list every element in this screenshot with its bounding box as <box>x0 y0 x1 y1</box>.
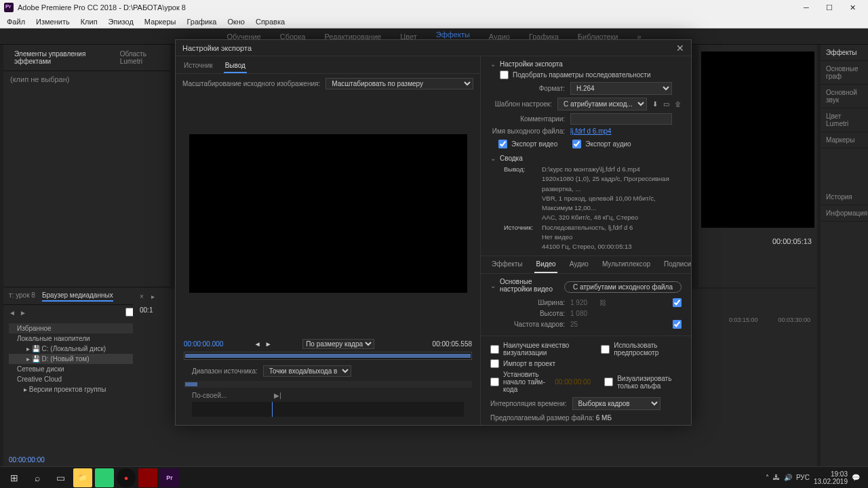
tab-source[interactable]: Источник <box>182 59 214 73</box>
save-preset-icon[interactable]: ⬇ <box>652 100 658 108</box>
search-icon[interactable]: ⌕ <box>26 468 49 487</box>
menu-graphics[interactable]: Графика <box>181 16 222 27</box>
tray-volume-icon[interactable]: 🔊 <box>784 474 792 481</box>
dialog-close-icon[interactable]: ✕ <box>676 43 684 54</box>
nav-back-icon[interactable]: ◄ <box>9 309 16 317</box>
menu-edit[interactable]: Изменить <box>31 16 75 27</box>
src-range-select[interactable]: Точки входа/выхода в эпиз... <box>263 365 351 377</box>
timeline-close-icon[interactable]: × <box>140 293 144 300</box>
tray-clock[interactable]: 19:0313.02.2019 <box>814 470 848 485</box>
dialog-titlebar[interactable]: Настройки экспорта ✕ <box>176 40 691 56</box>
menu-window[interactable]: Окно <box>222 16 250 27</box>
rp-info[interactable]: Информация <box>821 205 868 222</box>
tab-effect-controls[interactable]: Элементы управления эффектами <box>9 47 105 68</box>
menu-sequence[interactable]: Эпизод <box>103 16 139 27</box>
vstab-audio[interactable]: Аудио <box>568 256 590 273</box>
tray-lang[interactable]: РУС <box>796 474 810 481</box>
preview-out-tc: 00:00:05.558 <box>433 340 472 348</box>
comments-input[interactable] <box>570 113 672 125</box>
window-title: Adobe Premiere Pro CC 2018 - D:\РАБОТА\у… <box>18 3 186 12</box>
rp-lumetri[interactable]: Цвет Lumetri <box>821 108 868 132</box>
summary-block: Вывод:D:\курс по монтажу\lj,fdrf d 6.mp4… <box>490 165 682 251</box>
tb-record[interactable]: ● <box>117 468 136 487</box>
start-button[interactable]: ⊞ <box>3 468 26 487</box>
rp-sound[interactable]: Основной звук <box>821 85 868 108</box>
program-preview <box>701 52 814 228</box>
export-settings-dialog: Настройки экспорта ✕ Источник Вывод Масш… <box>175 39 692 426</box>
task-view-icon[interactable]: ▭ <box>49 468 72 487</box>
rp-graphics[interactable]: Основные граф <box>821 61 868 85</box>
set-tc-checkbox[interactable] <box>490 378 499 386</box>
track-mode-label[interactable]: По-своей... <box>192 392 226 399</box>
section-export-settings[interactable]: Настройки экспорта <box>490 60 682 68</box>
tb-premiere[interactable]: Pr <box>160 468 179 487</box>
timeline-tc[interactable]: 00:1 <box>140 306 153 314</box>
match-source-button[interactable]: С атрибутами исходного файла <box>564 281 682 293</box>
import-preset-icon[interactable]: ▭ <box>663 100 669 108</box>
scale-label: Масштабирование исходного изображения: <box>182 80 320 87</box>
preview-viewport <box>189 134 467 293</box>
menu-file[interactable]: Файл <box>1 16 31 27</box>
prev-frame-icon[interactable]: ◄ <box>254 340 261 348</box>
fps-match-checkbox[interactable] <box>673 320 682 329</box>
system-tray[interactable]: ˄ 🖧 🔊 РУС 19:0313.02.2019 💬 <box>760 470 865 485</box>
menu-help[interactable]: Справка <box>250 16 290 27</box>
preview-range-bar[interactable] <box>184 352 472 360</box>
vstab-mux[interactable]: Мультиплексор <box>601 256 652 273</box>
section-basic-video[interactable]: Основные настройки видео <box>490 278 564 293</box>
nav-fwd-icon[interactable]: ► <box>20 309 26 317</box>
use-preview-checkbox[interactable] <box>601 345 610 354</box>
link-dim-icon[interactable]: ⛓ <box>599 299 606 306</box>
import-project-checkbox[interactable] <box>490 359 499 368</box>
menu-markers[interactable]: Маркеры <box>139 16 182 27</box>
next-frame-icon[interactable]: ► <box>265 340 272 348</box>
vstab-video[interactable]: Видео <box>534 256 557 273</box>
tray-notifications-icon[interactable]: 💬 <box>852 474 860 481</box>
match-sequence-checkbox[interactable] <box>500 70 509 79</box>
fps-value[interactable]: 25 <box>570 321 578 328</box>
preset-select[interactable]: С атрибутами исход... <box>557 98 647 110</box>
minimize-button[interactable]: ─ <box>795 0 818 15</box>
output-filename-link[interactable]: lj,fdrf d 6.mp4 <box>570 127 612 135</box>
close-button[interactable]: ✕ <box>841 0 864 15</box>
width-value[interactable]: 1 920 <box>570 299 587 306</box>
rp-markers[interactable]: Маркеры <box>821 132 868 148</box>
width-match-checkbox[interactable] <box>673 298 682 307</box>
tb-explorer[interactable]: 📁 <box>73 468 92 487</box>
main-menu: Файл Изменить Клип Эпизод Маркеры График… <box>0 15 868 28</box>
step-end-icon[interactable]: ▶| <box>274 392 281 399</box>
menu-clip[interactable]: Клип <box>75 16 103 27</box>
tray-network-icon[interactable]: 🖧 <box>773 474 780 481</box>
scale-select[interactable]: Масштабировать по размеру <box>326 78 473 89</box>
vstab-effects[interactable]: Эффекты <box>490 256 524 273</box>
tab-project[interactable]: т: урок 8 <box>9 291 35 302</box>
right-panel-stack: Эффекты Основные граф Основной звук Цвет… <box>821 45 868 466</box>
program-monitor: 00:00:05:13 <box>698 45 817 287</box>
height-value[interactable]: 1 080 <box>570 310 587 317</box>
export-video-checkbox[interactable] <box>498 140 507 148</box>
format-select[interactable]: H.264 <box>570 82 672 95</box>
preview-sub-track[interactable] <box>184 381 472 388</box>
tb-app-red[interactable] <box>138 468 157 487</box>
export-audio-checkbox[interactable] <box>572 140 581 148</box>
no-clip-label: (клип не выбран) <box>3 71 170 87</box>
tab-lumetri-scopes[interactable]: Область Lumetri <box>115 47 165 68</box>
tray-chevron-icon[interactable]: ˄ <box>766 474 769 481</box>
rp-history[interactable]: История <box>821 189 868 205</box>
tab-output[interactable]: Вывод <box>224 59 247 73</box>
rp-effects[interactable]: Эффекты <box>821 45 868 61</box>
timeline-seq-name[interactable]: ▸ <box>151 293 155 300</box>
max-render-checkbox[interactable] <box>490 345 499 354</box>
export-preview-pane: Источник Вывод Масштабирование исходного… <box>176 56 481 425</box>
vstab-captions[interactable]: Подписи <box>663 256 691 273</box>
maximize-button[interactable]: ☐ <box>818 0 841 15</box>
tab-media-browser[interactable]: Браузер медиаданных <box>42 291 113 302</box>
time-interp-select[interactable]: Выборка кадров <box>572 397 660 410</box>
alpha-only-checkbox[interactable] <box>604 378 613 386</box>
tb-whatsapp[interactable] <box>95 468 114 487</box>
preview-in-tc[interactable]: 00:00:00.000 <box>184 340 223 348</box>
section-summary[interactable]: Сводка <box>490 155 682 162</box>
fit-select[interactable]: По размеру кадра <box>302 339 374 349</box>
preview-playhead-track[interactable] <box>192 402 464 417</box>
delete-preset-icon[interactable]: 🗑 <box>675 100 682 108</box>
